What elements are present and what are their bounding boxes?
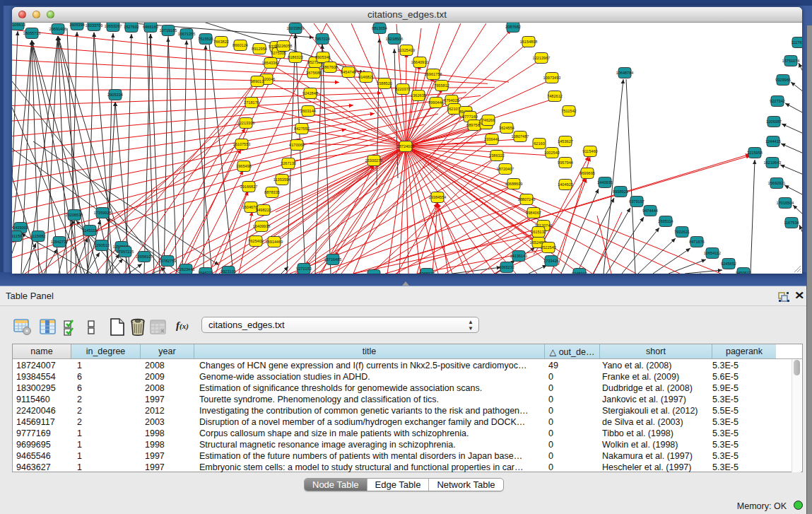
svg-text:18055713: 18055713 xyxy=(23,31,41,35)
svg-text:9227342: 9227342 xyxy=(770,99,785,103)
svg-text:3267130: 3267130 xyxy=(281,161,296,165)
svg-text:8813054: 8813054 xyxy=(372,26,387,30)
svg-text:25300275: 25300275 xyxy=(365,158,383,163)
svg-text:1244415: 1244415 xyxy=(765,139,781,144)
svg-text:18720407: 18720407 xyxy=(497,167,514,171)
svg-text:1145119: 1145119 xyxy=(83,228,98,233)
svg-text:13226058: 13226058 xyxy=(275,44,293,48)
svg-text:20206538: 20206538 xyxy=(66,213,83,217)
svg-text:8660124: 8660124 xyxy=(233,43,248,47)
svg-text:9777169: 9777169 xyxy=(462,115,478,119)
svg-text:8905346: 8905346 xyxy=(315,55,331,59)
svg-text:10648784: 10648784 xyxy=(616,71,634,75)
svg-text:16210643: 16210643 xyxy=(764,160,782,165)
svg-text:9923103: 9923103 xyxy=(220,269,236,274)
svg-text:2603144: 2603144 xyxy=(300,109,316,113)
svg-text:16154808: 16154808 xyxy=(520,40,538,44)
svg-text:9242848: 9242848 xyxy=(302,91,318,95)
svg-text:10719185: 10719185 xyxy=(160,28,177,33)
svg-text:9245013: 9245013 xyxy=(572,271,587,274)
svg-text:10653267: 10653267 xyxy=(105,24,122,28)
svg-text:16671355: 16671355 xyxy=(178,32,196,36)
svg-text:391159: 391159 xyxy=(12,234,22,238)
svg-text:1117632: 1117632 xyxy=(792,40,802,45)
svg-text:1065232: 1065232 xyxy=(499,265,514,269)
svg-text:11325419: 11325419 xyxy=(398,48,415,52)
svg-text:2336441: 2336441 xyxy=(484,137,500,141)
svg-text:15751074: 15751074 xyxy=(782,59,800,63)
svg-text:746266: 746266 xyxy=(482,118,495,122)
svg-text:7932621: 7932621 xyxy=(674,230,690,234)
svg-text:8365922: 8365922 xyxy=(419,271,435,274)
svg-text:6379197: 6379197 xyxy=(629,199,645,204)
svg-text:19384554: 19384554 xyxy=(429,195,447,199)
svg-text:2386322: 2386322 xyxy=(489,153,505,158)
svg-text:7511542: 7511542 xyxy=(561,109,576,113)
svg-text:16543362: 16543362 xyxy=(262,61,280,65)
svg-text:9498222: 9498222 xyxy=(256,208,271,212)
svg-text:3215958: 3215958 xyxy=(747,151,763,155)
svg-text:989013: 989013 xyxy=(251,79,264,83)
svg-text:10654112: 10654112 xyxy=(704,251,721,255)
svg-text:1290513: 1290513 xyxy=(94,243,110,247)
svg-text:10958107: 10958107 xyxy=(136,255,153,259)
svg-text:2935114: 2935114 xyxy=(658,219,673,223)
svg-text:1965498: 1965498 xyxy=(236,164,252,168)
svg-text:1646221: 1646221 xyxy=(198,271,213,274)
svg-text:2905334: 2905334 xyxy=(107,93,123,97)
svg-text:7663822: 7663822 xyxy=(213,40,229,44)
svg-text:9474444: 9474444 xyxy=(642,209,658,213)
svg-text:1115682: 1115682 xyxy=(31,234,46,238)
svg-text:1440935: 1440935 xyxy=(597,180,613,185)
svg-text:3675685: 3675685 xyxy=(306,71,322,75)
svg-text:1605394: 1605394 xyxy=(69,23,85,27)
svg-text:16782759: 16782759 xyxy=(159,259,177,263)
svg-text:16033709: 16033709 xyxy=(86,23,103,28)
svg-text:9957944: 9957944 xyxy=(558,160,573,165)
svg-text:62160: 62160 xyxy=(534,141,545,146)
svg-text:17957225: 17957225 xyxy=(117,250,134,254)
svg-text:16640910: 16640910 xyxy=(411,60,429,64)
svg-text:7515526: 7515526 xyxy=(198,37,213,41)
svg-text:8938923: 8938923 xyxy=(613,189,628,194)
svg-text:9245652: 9245652 xyxy=(721,262,736,266)
svg-text:10973493: 10973493 xyxy=(543,76,561,80)
svg-text:1435001: 1435001 xyxy=(13,226,28,230)
svg-text:16409938: 16409938 xyxy=(253,224,271,228)
svg-text:17359928: 17359928 xyxy=(94,211,112,215)
svg-text:7482612: 7482612 xyxy=(547,94,563,98)
svg-text:1404923: 1404923 xyxy=(558,182,573,187)
svg-text:10807487: 10807487 xyxy=(512,134,529,139)
svg-text:15716485: 15716485 xyxy=(324,257,342,262)
svg-text:9329966: 9329966 xyxy=(775,78,791,82)
svg-text:2087682: 2087682 xyxy=(505,25,521,29)
svg-text:8220371: 8220371 xyxy=(395,87,411,91)
svg-text:9115460: 9115460 xyxy=(582,149,597,153)
svg-text:4170063: 4170063 xyxy=(289,143,305,147)
svg-text:9450612: 9450612 xyxy=(736,271,751,274)
svg-text:8471676: 8471676 xyxy=(689,240,705,244)
svg-text:1527602: 1527602 xyxy=(124,25,139,29)
svg-text:16914469: 16914469 xyxy=(266,240,283,244)
svg-text:8912954: 8912954 xyxy=(252,47,267,51)
svg-text:19166827: 19166827 xyxy=(240,185,258,189)
svg-text:1002543: 1002543 xyxy=(544,151,560,155)
svg-text:2522543: 2522543 xyxy=(541,245,556,250)
svg-text:8990444: 8990444 xyxy=(428,100,444,105)
svg-text:1453627: 1453627 xyxy=(558,139,573,144)
svg-text:16961758: 16961758 xyxy=(425,72,442,76)
svg-text:3624554: 3624554 xyxy=(499,126,514,130)
svg-text:16107553: 16107553 xyxy=(233,142,251,146)
svg-text:6794028: 6794028 xyxy=(444,98,459,103)
svg-text:1615132: 1615132 xyxy=(531,230,546,234)
svg-text:18807249: 18807249 xyxy=(518,197,536,201)
svg-text:9272153: 9272153 xyxy=(296,267,312,271)
svg-text:8186323: 8186323 xyxy=(288,55,303,59)
svg-text:12923446: 12923446 xyxy=(177,267,195,271)
svg-text:14136141: 14136141 xyxy=(510,254,528,258)
svg-text:1588520: 1588520 xyxy=(377,81,392,86)
svg-text:12213309: 12213309 xyxy=(237,121,255,125)
svg-text:2718176: 2718176 xyxy=(244,100,259,105)
svg-text:1167534: 1167534 xyxy=(784,221,799,225)
svg-text:11353594: 11353594 xyxy=(273,177,290,182)
